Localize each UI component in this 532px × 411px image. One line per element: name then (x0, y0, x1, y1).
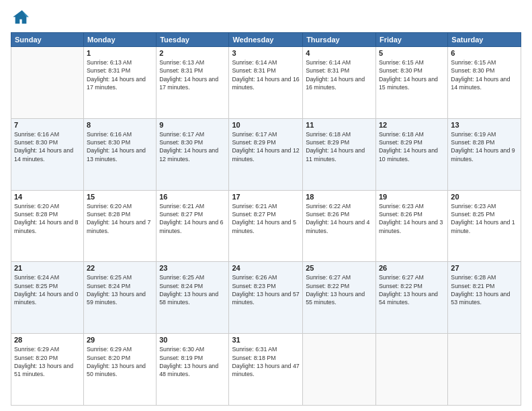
day-info: Sunrise: 6:27 AMSunset: 8:22 PMDaylight:… (306, 273, 373, 306)
calendar-week-row: 1Sunrise: 6:13 AMSunset: 8:31 PMDaylight… (11, 47, 521, 119)
day-number: 29 (87, 336, 153, 344)
page: SundayMondayTuesdayWednesdayThursdayFrid… (0, 0, 532, 411)
header (11, 8, 521, 28)
day-info: Sunrise: 6:16 AMSunset: 8:30 PMDaylight:… (14, 130, 81, 163)
weekday-header: Sunday (11, 33, 84, 47)
day-number: 6 (451, 49, 518, 57)
weekday-header: Wednesday (229, 33, 303, 47)
calendar-cell: 4Sunrise: 6:14 AMSunset: 8:31 PMDaylight… (303, 47, 376, 119)
day-number: 18 (306, 193, 373, 201)
day-info: Sunrise: 6:25 AMSunset: 8:24 PMDaylight:… (159, 273, 226, 306)
day-info: Sunrise: 6:18 AMSunset: 8:29 PMDaylight:… (379, 130, 445, 163)
calendar-cell: 13Sunrise: 6:19 AMSunset: 8:28 PMDayligh… (448, 118, 521, 190)
calendar-cell: 9Sunrise: 6:17 AMSunset: 8:30 PMDaylight… (157, 118, 229, 190)
calendar-cell: 6Sunrise: 6:15 AMSunset: 8:30 PMDaylight… (448, 47, 521, 119)
calendar-week-row: 28Sunrise: 6:29 AMSunset: 8:20 PMDayligh… (11, 334, 521, 406)
calendar-cell: 15Sunrise: 6:20 AMSunset: 8:28 PMDayligh… (83, 190, 156, 262)
day-number: 7 (14, 121, 81, 129)
calendar-cell: 26Sunrise: 6:27 AMSunset: 8:22 PMDayligh… (375, 262, 447, 334)
logo (11, 8, 34, 28)
calendar-cell (303, 334, 376, 406)
weekday-header: Saturday (448, 33, 521, 47)
calendar-cell: 3Sunrise: 6:14 AMSunset: 8:31 PMDaylight… (229, 47, 303, 119)
day-info: Sunrise: 6:13 AMSunset: 8:31 PMDaylight:… (159, 58, 226, 91)
day-number: 19 (379, 193, 445, 201)
calendar-cell: 31Sunrise: 6:31 AMSunset: 8:18 PMDayligh… (229, 334, 303, 406)
day-info: Sunrise: 6:31 AMSunset: 8:18 PMDaylight:… (232, 345, 300, 378)
day-number: 12 (379, 121, 445, 129)
weekday-header: Thursday (303, 33, 376, 47)
calendar-cell (11, 47, 84, 119)
day-info: Sunrise: 6:27 AMSunset: 8:22 PMDaylight:… (379, 273, 445, 306)
calendar-cell: 16Sunrise: 6:21 AMSunset: 8:27 PMDayligh… (157, 190, 229, 262)
calendar-cell: 19Sunrise: 6:23 AMSunset: 8:26 PMDayligh… (375, 190, 447, 262)
logo-icon (11, 8, 31, 28)
day-number: 13 (451, 121, 518, 129)
calendar-cell: 14Sunrise: 6:20 AMSunset: 8:28 PMDayligh… (11, 190, 84, 262)
calendar-table: SundayMondayTuesdayWednesdayThursdayFrid… (11, 32, 521, 406)
day-number: 24 (232, 264, 300, 272)
day-number: 14 (14, 193, 81, 201)
day-number: 30 (159, 336, 226, 344)
weekday-header: Tuesday (157, 33, 229, 47)
day-number: 28 (14, 336, 81, 344)
day-info: Sunrise: 6:15 AMSunset: 8:30 PMDaylight:… (451, 58, 518, 91)
calendar-week-row: 14Sunrise: 6:20 AMSunset: 8:28 PMDayligh… (11, 190, 521, 262)
day-info: Sunrise: 6:21 AMSunset: 8:27 PMDaylight:… (159, 202, 226, 235)
day-number: 15 (87, 193, 153, 201)
day-number: 31 (232, 336, 300, 344)
day-info: Sunrise: 6:25 AMSunset: 8:24 PMDaylight:… (87, 273, 153, 306)
day-info: Sunrise: 6:17 AMSunset: 8:30 PMDaylight:… (159, 130, 226, 163)
calendar-header-row: SundayMondayTuesdayWednesdayThursdayFrid… (11, 33, 521, 47)
day-number: 21 (14, 264, 81, 272)
calendar-cell: 18Sunrise: 6:22 AMSunset: 8:26 PMDayligh… (303, 190, 376, 262)
calendar-cell (375, 334, 447, 406)
calendar-cell: 25Sunrise: 6:27 AMSunset: 8:22 PMDayligh… (303, 262, 376, 334)
calendar-cell: 8Sunrise: 6:16 AMSunset: 8:30 PMDaylight… (83, 118, 156, 190)
day-info: Sunrise: 6:23 AMSunset: 8:26 PMDaylight:… (379, 202, 445, 235)
day-info: Sunrise: 6:24 AMSunset: 8:25 PMDaylight:… (14, 273, 81, 306)
calendar-cell: 24Sunrise: 6:26 AMSunset: 8:23 PMDayligh… (229, 262, 303, 334)
calendar-cell: 12Sunrise: 6:18 AMSunset: 8:29 PMDayligh… (375, 118, 447, 190)
calendar-cell: 7Sunrise: 6:16 AMSunset: 8:30 PMDaylight… (11, 118, 84, 190)
calendar-week-row: 21Sunrise: 6:24 AMSunset: 8:25 PMDayligh… (11, 262, 521, 334)
weekday-header: Monday (83, 33, 156, 47)
calendar-cell: 29Sunrise: 6:29 AMSunset: 8:20 PMDayligh… (83, 334, 156, 406)
calendar-cell: 28Sunrise: 6:29 AMSunset: 8:20 PMDayligh… (11, 334, 84, 406)
day-number: 1 (87, 49, 153, 57)
day-info: Sunrise: 6:17 AMSunset: 8:29 PMDaylight:… (232, 130, 300, 163)
day-number: 16 (159, 193, 226, 201)
day-number: 25 (306, 264, 373, 272)
day-number: 3 (232, 49, 300, 57)
day-number: 8 (87, 121, 153, 129)
day-number: 22 (87, 264, 153, 272)
day-number: 2 (159, 49, 226, 57)
day-number: 26 (379, 264, 445, 272)
day-info: Sunrise: 6:21 AMSunset: 8:27 PMDaylight:… (232, 202, 300, 235)
day-info: Sunrise: 6:15 AMSunset: 8:30 PMDaylight:… (379, 58, 445, 91)
svg-marker-0 (13, 10, 28, 24)
day-info: Sunrise: 6:28 AMSunset: 8:21 PMDaylight:… (451, 273, 518, 306)
day-info: Sunrise: 6:20 AMSunset: 8:28 PMDaylight:… (14, 202, 81, 235)
day-number: 17 (232, 193, 300, 201)
day-info: Sunrise: 6:19 AMSunset: 8:28 PMDaylight:… (451, 130, 518, 163)
day-info: Sunrise: 6:23 AMSunset: 8:25 PMDaylight:… (451, 202, 518, 235)
day-number: 23 (159, 264, 226, 272)
calendar-cell: 5Sunrise: 6:15 AMSunset: 8:30 PMDaylight… (375, 47, 447, 119)
calendar-cell: 10Sunrise: 6:17 AMSunset: 8:29 PMDayligh… (229, 118, 303, 190)
calendar-cell: 1Sunrise: 6:13 AMSunset: 8:31 PMDaylight… (83, 47, 156, 119)
day-info: Sunrise: 6:30 AMSunset: 8:19 PMDaylight:… (159, 345, 226, 378)
calendar-cell: 17Sunrise: 6:21 AMSunset: 8:27 PMDayligh… (229, 190, 303, 262)
calendar-cell (448, 334, 521, 406)
day-info: Sunrise: 6:29 AMSunset: 8:20 PMDaylight:… (14, 345, 81, 378)
day-number: 9 (159, 121, 226, 129)
calendar-cell: 20Sunrise: 6:23 AMSunset: 8:25 PMDayligh… (448, 190, 521, 262)
day-number: 10 (232, 121, 300, 129)
calendar-cell: 27Sunrise: 6:28 AMSunset: 8:21 PMDayligh… (448, 262, 521, 334)
day-info: Sunrise: 6:14 AMSunset: 8:31 PMDaylight:… (306, 58, 373, 91)
day-info: Sunrise: 6:20 AMSunset: 8:28 PMDaylight:… (87, 202, 153, 235)
weekday-header: Friday (375, 33, 447, 47)
day-info: Sunrise: 6:26 AMSunset: 8:23 PMDaylight:… (232, 273, 300, 306)
calendar-week-row: 7Sunrise: 6:16 AMSunset: 8:30 PMDaylight… (11, 118, 521, 190)
calendar-cell: 30Sunrise: 6:30 AMSunset: 8:19 PMDayligh… (157, 334, 229, 406)
